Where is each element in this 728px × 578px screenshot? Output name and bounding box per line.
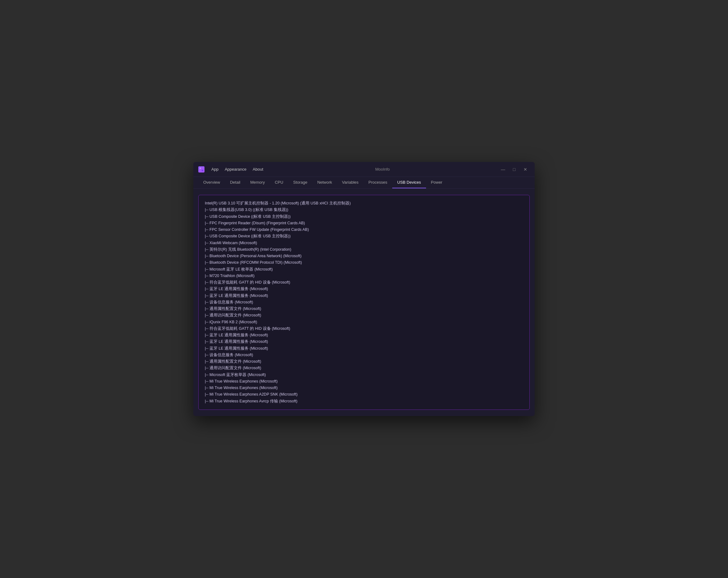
device-tree-line: |-- 蓝牙 LE 通用属性服务 (Microsoft) <box>205 339 523 345</box>
device-tree[interactable]: Intel(R) USB 3.10 可扩展主机控制器 - 1.20 (Micro… <box>198 195 530 410</box>
close-button[interactable]: ✕ <box>521 166 530 173</box>
titlebar: App Appearance About MooInfo — □ ✕ <box>193 162 535 177</box>
tab-detail[interactable]: Detail <box>225 177 245 188</box>
device-tree-line: |-- 蓝牙 LE 通用属性服务 (Microsoft) <box>205 286 523 292</box>
svg-rect-1 <box>202 167 203 169</box>
device-tree-line: |-- 通用属性配置文件 (Microsoft) <box>205 358 523 365</box>
tab-bar: Overview Detail Memory CPU Storage Netwo… <box>193 177 535 189</box>
device-tree-line: |-- Microsoft 蓝牙枚举器 (Microsoft) <box>205 372 523 378</box>
device-tree-line: |-- 符合蓝牙低能耗 GATT 的 HID 设备 (Microsoft) <box>205 279 523 286</box>
main-window: App Appearance About MooInfo — □ ✕ Overv… <box>193 162 535 416</box>
tab-usb-devices[interactable]: USB Devices <box>392 177 426 188</box>
tab-network[interactable]: Network <box>312 177 337 188</box>
tab-overview[interactable]: Overview <box>198 177 225 188</box>
device-tree-line: |-- Mi True Wireless Earphones (Microsof… <box>205 378 523 385</box>
window-controls: — □ ✕ <box>499 166 530 173</box>
window-title: MooInfo <box>266 167 499 172</box>
menu-appearance[interactable]: Appearance <box>222 166 250 173</box>
device-tree-line: |-- Mi True Wireless Earphones (Microsof… <box>205 385 523 391</box>
svg-rect-0 <box>200 167 201 169</box>
maximize-button[interactable]: □ <box>510 166 519 173</box>
app-icon <box>198 166 205 173</box>
tab-variables[interactable]: Variables <box>337 177 363 188</box>
tab-memory[interactable]: Memory <box>245 177 270 188</box>
device-tree-line: |-- 设备信息服务 (Microsoft) <box>205 352 523 358</box>
tab-cpu[interactable]: CPU <box>270 177 288 188</box>
svg-rect-2 <box>200 170 201 171</box>
svg-rect-3 <box>202 170 203 171</box>
device-tree-line: |-- M720 Triathlon (Microsoft) <box>205 273 523 279</box>
device-tree-line: |-- 符合蓝牙低能耗 GATT 的 HID 设备 (Microsoft) <box>205 325 523 332</box>
minimize-button[interactable]: — <box>499 166 508 173</box>
device-tree-line: |-- 英特尔(R) 无线 Bluetooth(R) (Intel Corpor… <box>205 246 523 253</box>
device-tree-line: |-- 通用访问配置文件 (Microsoft) <box>205 312 523 319</box>
device-tree-line: |-- Bluetooth Device (Personal Area Netw… <box>205 253 523 259</box>
device-tree-line: |-- USB Composite Device ((标准 USB 主控制器)) <box>205 213 523 220</box>
device-tree-line: |-- FPC Sensor Controller FW Update (Fin… <box>205 227 523 233</box>
device-tree-line: |-- XiaoMi Webcam (Microsoft) <box>205 240 523 246</box>
device-tree-line: |-- 蓝牙 LE 通用属性服务 (Microsoft) <box>205 332 523 339</box>
device-tree-line: |-- FPC Fingerprint Reader (Disum) (Fing… <box>205 220 523 227</box>
menu-bar: App Appearance About <box>208 166 266 173</box>
device-tree-line: |-- Mi True Wireless Earphones Avrcp 传输 … <box>205 398 523 404</box>
device-tree-line: |-- USB 根集线器(USB 3.0) ((标准 USB 集线器)) <box>205 207 523 213</box>
device-tree-line: |-- USB Composite Device ((标准 USB 主控制器)) <box>205 233 523 239</box>
device-tree-line: |-- Microsoft 蓝牙 LE 枚举器 (Microsoft) <box>205 266 523 273</box>
tab-storage[interactable]: Storage <box>288 177 312 188</box>
menu-app[interactable]: App <box>208 166 222 173</box>
tab-processes[interactable]: Processes <box>363 177 392 188</box>
menu-about[interactable]: About <box>250 166 266 173</box>
device-tree-line: |-- 通用访问配置文件 (Microsoft) <box>205 365 523 371</box>
device-tree-line: |-- iQunix F96 KB 2 (Microsoft) <box>205 319 523 325</box>
device-tree-line: |-- 通用属性配置文件 (Microsoft) <box>205 306 523 312</box>
device-tree-line: |-- 蓝牙 LE 通用属性服务 (Microsoft) <box>205 345 523 352</box>
device-tree-line: |-- Bluetooth Device (RFCOMM Protocol TD… <box>205 259 523 266</box>
device-tree-line: |-- 设备信息服务 (Microsoft) <box>205 299 523 306</box>
tab-power[interactable]: Power <box>426 177 447 188</box>
main-content: Intel(R) USB 3.10 可扩展主机控制器 - 1.20 (Micro… <box>193 189 535 416</box>
device-tree-line: Intel(R) USB 3.10 可扩展主机控制器 - 1.20 (Micro… <box>205 200 523 207</box>
device-tree-line: |-- 蓝牙 LE 通用属性服务 (Microsoft) <box>205 293 523 299</box>
device-tree-line: |-- Mi True Wireless Earphones A2DP SNK … <box>205 391 523 398</box>
